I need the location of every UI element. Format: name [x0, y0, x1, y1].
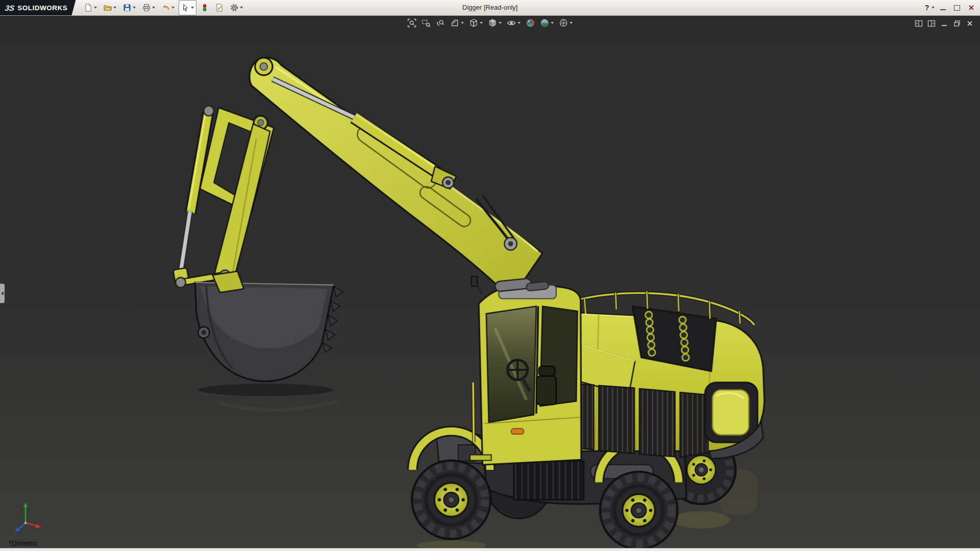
view-orientation-icon	[469, 18, 478, 28]
window-controls: ?	[922, 0, 978, 15]
status-bar	[0, 548, 980, 551]
main-toolbar	[82, 0, 246, 15]
chevron-down-icon[interactable]	[133, 7, 136, 9]
zoom-to-fit-button[interactable]	[406, 17, 418, 29]
seat	[536, 376, 556, 405]
print-button[interactable]	[140, 0, 158, 15]
undo-icon	[162, 4, 170, 12]
close-icon	[968, 5, 974, 11]
viewport-3d-canvas[interactable]	[0, 15, 980, 548]
cab-handrail	[473, 383, 474, 442]
display-style-icon	[488, 18, 497, 28]
open-icon	[104, 4, 112, 12]
hide-show-items-icon	[507, 18, 516, 28]
rebuild-button[interactable]	[198, 0, 211, 15]
close-button[interactable]	[965, 2, 978, 13]
apply-scene-button[interactable]	[538, 17, 555, 29]
view-settings-icon	[559, 18, 568, 28]
mirror	[471, 276, 477, 286]
x-axis-arrow	[36, 524, 42, 529]
wheel-rear-near[interactable]	[600, 471, 678, 548]
section-view-button[interactable]	[449, 17, 465, 29]
new-document-icon	[84, 4, 92, 12]
help-button[interactable]: ?	[922, 2, 935, 13]
seat-headrest	[539, 366, 555, 377]
pane-split-right-button[interactable]	[926, 19, 937, 28]
solidworks-logo: 3S SOLIDWORKS	[0, 0, 76, 15]
previous-view-button[interactable]	[434, 17, 447, 29]
open-button[interactable]	[101, 0, 119, 15]
cab[interactable]	[470, 276, 581, 465]
hide-show-items-button[interactable]	[505, 17, 522, 29]
grille-panel	[599, 386, 634, 454]
view-orientation-button[interactable]	[468, 17, 484, 29]
chevron-down-icon[interactable]	[499, 22, 502, 24]
chevron-down-icon[interactable]	[932, 7, 935, 9]
rear-light-panel	[713, 390, 749, 435]
pane-split-left-button[interactable]	[914, 19, 924, 28]
apply-scene-icon	[540, 18, 549, 28]
chevron-down-icon[interactable]	[240, 7, 243, 9]
graphics-viewport[interactable]: *Dimetric	[0, 15, 980, 548]
close-doc-icon	[966, 20, 974, 27]
solidworks-window: { "app": { "brand_mark": "3S", "brand": …	[0, 0, 980, 551]
save-icon	[123, 4, 131, 12]
chevron-down-icon[interactable]	[191, 7, 194, 9]
pane-split-right-icon	[927, 20, 936, 27]
chevron-down-icon[interactable]	[570, 22, 573, 24]
cab-step	[470, 455, 492, 460]
section-view-icon	[450, 18, 459, 28]
chevron-down-icon[interactable]	[113, 7, 116, 9]
file-properties-button[interactable]	[213, 0, 226, 15]
new-document-button[interactable]	[82, 0, 100, 15]
select-button[interactable]	[179, 0, 197, 15]
maximize-icon	[954, 5, 960, 11]
close-doc-button[interactable]	[965, 19, 975, 28]
door-handle	[511, 429, 524, 434]
bucket-shadow	[198, 384, 333, 396]
chevron-down-icon[interactable]	[518, 22, 521, 24]
y-axis-arrow	[23, 503, 28, 507]
minimize-icon	[940, 9, 946, 10]
chevron-down-icon[interactable]	[480, 22, 483, 24]
dassault-3ds-logo-icon: 3S	[5, 4, 15, 12]
titlebar: 3S SOLIDWORKS	[0, 0, 980, 16]
chevron-down-icon[interactable]	[172, 7, 175, 9]
print-icon	[142, 4, 151, 12]
pane-split-left-icon	[915, 20, 923, 27]
chevron-left-icon	[1, 291, 4, 295]
chevron-down-icon[interactable]	[551, 22, 554, 24]
minimize-button[interactable]	[936, 2, 949, 13]
undo-button[interactable]	[159, 0, 177, 15]
restore-doc-icon	[953, 20, 961, 27]
grille-panel	[680, 392, 708, 457]
orientation-triad	[11, 500, 43, 534]
restore-doc-button[interactable]	[952, 19, 962, 28]
save-button[interactable]	[120, 0, 138, 15]
file-properties-icon	[215, 4, 224, 12]
chevron-down-icon[interactable]	[152, 7, 155, 9]
chevron-down-icon[interactable]	[461, 22, 464, 24]
document-window-controls	[914, 19, 975, 28]
edit-appearance-button[interactable]	[524, 17, 536, 29]
zoom-to-fit-icon	[407, 18, 416, 28]
feature-manager-collapse-tab[interactable]	[0, 284, 5, 303]
window-title: Digger [Read-only]	[462, 0, 518, 15]
wheel-front-near[interactable]	[412, 460, 491, 539]
zoom-to-area-button[interactable]	[420, 17, 432, 29]
zoom-to-area-icon	[422, 18, 431, 28]
brand-name: SOLIDWORKS	[17, 4, 67, 12]
options-button[interactable]	[228, 0, 246, 15]
minimize-doc-button[interactable]	[939, 19, 949, 28]
maximize-button[interactable]	[950, 2, 964, 13]
options-gear-icon	[230, 4, 238, 12]
display-style-button[interactable]	[486, 17, 503, 29]
view-settings-button[interactable]	[557, 17, 574, 29]
headsup-view-toolbar	[406, 17, 574, 29]
previous-view-icon	[436, 18, 445, 28]
rebuild-icon	[201, 4, 209, 12]
view-orientation-label: *Dimetric	[9, 539, 38, 547]
chevron-down-icon[interactable]	[94, 7, 97, 9]
minimize-doc-icon	[940, 20, 948, 27]
select-cursor-icon	[181, 4, 189, 12]
